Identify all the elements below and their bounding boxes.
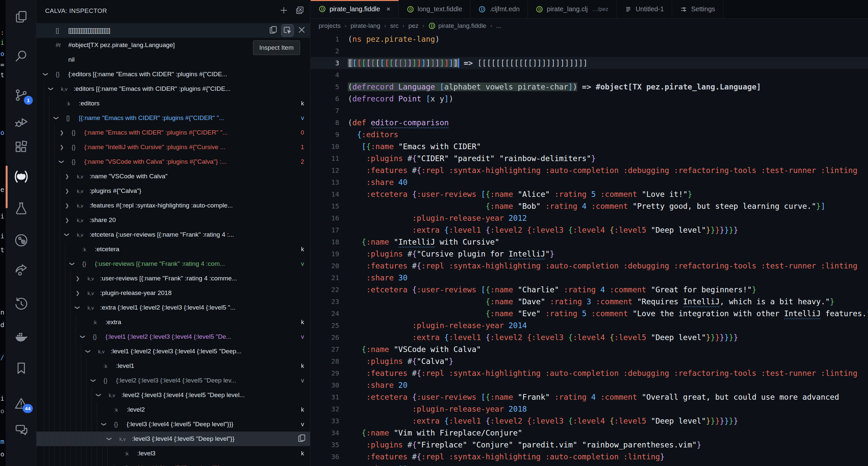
- inspector-row[interactable]: ❯{}{:level1 {:level2 {:level3 {:level4 {…: [36, 330, 310, 344]
- chevron-right-icon[interactable]: ❯: [75, 290, 88, 296]
- chevron-down-icon[interactable]: ❯: [54, 115, 66, 121]
- chevron-right-icon[interactable]: ❯: [75, 275, 88, 281]
- chevron-down-icon[interactable]: ❯: [49, 86, 61, 92]
- background-text-fragment: :: [0, 29, 4, 36]
- inspector-row[interactable]: :k:level2k: [36, 402, 310, 417]
- indent-guide: [44, 169, 49, 184]
- chevron-down-icon[interactable]: ❯: [102, 421, 114, 427]
- activity-item-live-share[interactable]: [13, 262, 29, 277]
- breadcrumb-separator: ›: [384, 23, 386, 29]
- indent-guide: [75, 388, 81, 402]
- breadcrumb-item[interactable]: pirate_lang.fiddle: [428, 22, 486, 30]
- inspector-row[interactable]: :k:level3k: [36, 446, 310, 461]
- chevron-down-icon[interactable]: ❯: [92, 377, 103, 383]
- breadcrumb-label: pez: [408, 22, 419, 30]
- chevron-right-icon[interactable]: ❯: [60, 144, 72, 150]
- chevron-down-icon[interactable]: ❯: [107, 436, 119, 442]
- inspector-row[interactable]: :k:etceterak: [36, 242, 310, 256]
- indent-guide: [44, 213, 49, 227]
- copy-item-icon[interactable]: [297, 433, 307, 445]
- inspector-row[interactable]: :k:extrak: [36, 315, 310, 330]
- inspector-row[interactable]: ❯k,v:editors [{:name "Emacs with CIDER" …: [36, 82, 310, 96]
- close-tab-icon[interactable]: ×: [386, 5, 390, 13]
- inspector-row[interactable]: ❯{}{:name "VSCode with Calva" :plugins #…: [36, 154, 310, 169]
- activity-item-run-and-debug[interactable]: [13, 115, 29, 130]
- chevron-down-icon[interactable]: ❯: [44, 71, 56, 77]
- inspector-row[interactable]: ❯[][{:name "Emacs with CIDER" :plugins #…: [36, 111, 310, 125]
- inspector-row[interactable]: ❯{}{:level3 {:level4 {:level5 "Deep leve…: [36, 417, 310, 432]
- inspector-row[interactable]: ❯k,v:extra {:level1 {:level2 {:level3 {:…: [36, 300, 310, 315]
- activity-item-search[interactable]: [13, 49, 29, 64]
- breadcrumb-item[interactable]: ...: [496, 22, 501, 30]
- clear-all-icon[interactable]: [295, 5, 305, 17]
- inspector-row[interactable]: [][[[[[[[[[[[[]]]]]]]]]]]]: [36, 23, 310, 38]
- inspector-row[interactable]: ❯{}{:user-reviews [{:name "Frank" :ratin…: [36, 256, 310, 271]
- activity-item-docker[interactable]: [13, 328, 29, 343]
- chevron-right-icon[interactable]: ❯: [65, 188, 77, 194]
- tab-long-text-fiddle[interactable]: long_text.fiddle: [399, 0, 471, 18]
- close-item-icon[interactable]: [297, 25, 307, 36]
- tab-settings[interactable]: Settings: [672, 0, 723, 18]
- activity-item-bookmarks[interactable]: [13, 361, 29, 376]
- chevron-down-icon[interactable]: ❯: [81, 334, 93, 340]
- inspector-row[interactable]: ❯k,v:plugin-release-year 2018: [36, 286, 310, 300]
- chevron-right-icon[interactable]: ❯: [65, 203, 77, 209]
- activity-item-calva[interactable]: [13, 169, 29, 184]
- breadcrumb-item[interactable]: src: [390, 22, 399, 30]
- inspector-row[interactable]: ❯{}{:name "IntelliJ with Cursive" :plugi…: [36, 140, 310, 154]
- code-editor[interactable]: 1(ns pez.pirate-lang)23[[[[[[[[[[[[]]]]]…: [311, 33, 868, 466]
- chevron-down-icon[interactable]: ❯: [70, 261, 82, 267]
- activity-item-extensions[interactable]: [13, 139, 29, 154]
- inspector-row[interactable]: :k:editorsk: [36, 96, 310, 111]
- activity-item-circleci[interactable]: [13, 233, 29, 248]
- indent-guide: [60, 256, 65, 271]
- tab-pirate-lang-clj[interactable]: pirate_lang.clj…/pez: [528, 0, 617, 18]
- chevron-down-icon[interactable]: ❯: [97, 392, 109, 398]
- chevron-right-icon[interactable]: ❯: [65, 217, 77, 223]
- clj-green-icon: [407, 6, 414, 13]
- inspector-row[interactable]: ❯{}{:level4 {:level5 "Deep level"}}: [36, 461, 310, 466]
- inspector-row[interactable]: ❯{}{:level2 {:level3 {:level4 {:level5 "…: [36, 373, 310, 388]
- badge: 1: [24, 96, 33, 105]
- activity-item-timeline[interactable]: [13, 296, 29, 312]
- type-badge: k,v: [77, 174, 86, 179]
- inspector-row[interactable]: ❯k,v:level2 {:level3 {:level4 {:level5 "…: [36, 388, 310, 402]
- copy-item-icon[interactable]: [268, 25, 278, 36]
- chevron-down-icon[interactable]: ❯: [86, 348, 98, 354]
- chevron-down-icon[interactable]: ❯: [60, 159, 72, 165]
- tab-pirate-lang-fiddle[interactable]: pirate_lang.fiddle×: [311, 0, 399, 18]
- inspector-row[interactable]: ❯{}{:name "Emacs with CIDER" :plugins #{…: [36, 125, 310, 140]
- chevron-right-icon[interactable]: ❯: [60, 130, 72, 135]
- chevron-down-icon[interactable]: ❯: [75, 305, 88, 311]
- breadcrumb-item[interactable]: pirate-lang: [350, 22, 380, 30]
- breadcrumb-item[interactable]: pez: [408, 22, 419, 30]
- inspector-row[interactable]: ❯k,v:features #{:repl :syntax-highlighti…: [36, 198, 310, 213]
- chevron-down-icon[interactable]: ❯: [65, 232, 77, 238]
- chevron-right-icon[interactable]: ❯: [65, 173, 77, 179]
- activity-item-explorer[interactable]: [13, 9, 29, 25]
- breadcrumb-item[interactable]: projects: [319, 22, 341, 30]
- activity-item-comments[interactable]: [13, 422, 29, 437]
- line-number: 28: [311, 355, 339, 367]
- activity-item-source-control[interactable]: 1: [13, 88, 29, 103]
- code-line-text: :plugins #{"CIDER" "paredit" "rainbow-de…: [339, 152, 596, 164]
- inspector-row[interactable]: ❯k,v:etcetera {:user-reviews [{:name "Fr…: [36, 227, 310, 242]
- indent-guide: [49, 373, 54, 388]
- inspector-row[interactable]: ❯{}{:editors [{:name "Emacs with CIDER" …: [36, 67, 310, 82]
- inspector-row[interactable]: ❯k,v:share 20: [36, 213, 310, 227]
- inspector-row[interactable]: ❯k,v:name "VSCode with Calva": [36, 169, 310, 184]
- code-line-text: {:name "Vim with Fireplace/Conjure": [339, 427, 522, 439]
- inspect-item-icon[interactable]: [281, 25, 293, 36]
- activity-item-problems[interactable]: 44: [13, 396, 29, 411]
- inspector-row[interactable]: ❯k,v:level1 {:level2 {:level3 {:level4 {…: [36, 344, 310, 359]
- inspector-row[interactable]: :k:level1k: [36, 359, 310, 373]
- inspector-row[interactable]: ❯k,v:plugins #{"Calva"}: [36, 184, 310, 198]
- indent-guide: [81, 446, 86, 461]
- inspector-row[interactable]: ❯k,v:user-reviews [{:name "Frank" :ratin…: [36, 271, 310, 286]
- activity-item-testing[interactable]: [13, 201, 29, 216]
- tab-untitled-1[interactable]: Untitled-1: [617, 0, 672, 18]
- inspector-row[interactable]: ❯k,v:level3 {:level4 {:level5 "Deep leve…: [36, 432, 310, 446]
- add-item-icon[interactable]: [279, 5, 289, 17]
- tab--cljfmt-edn[interactable]: .cljfmt.edn: [470, 0, 528, 18]
- tab-label: pirate_lang.fiddle: [330, 5, 380, 13]
